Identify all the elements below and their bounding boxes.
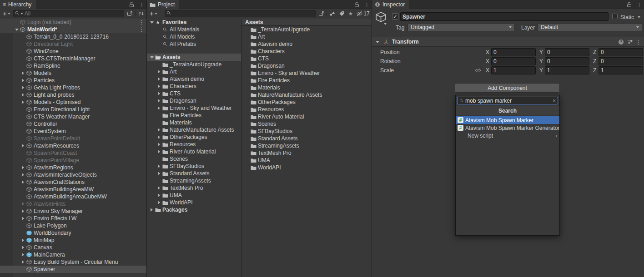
project-tree-row[interactable]: Materials <box>147 119 241 126</box>
expander-icon[interactable] <box>156 84 162 88</box>
hierarchy-row[interactable]: Spawner <box>0 266 146 273</box>
expander-icon[interactable] <box>156 70 162 74</box>
expander-icon[interactable] <box>20 144 26 148</box>
asset-folder-row[interactable]: Enviro - Sky and Weather <box>241 69 372 77</box>
expander-icon[interactable] <box>156 92 162 95</box>
new-script-row[interactable]: New script› <box>456 132 559 139</box>
hierarchy-row[interactable]: Lake Polygon <box>0 222 146 229</box>
hierarchy-row[interactable]: AtavismHints <box>0 200 146 208</box>
project-searchbox[interactable] <box>165 10 316 17</box>
asset-folder-row[interactable]: Fire Particles <box>241 77 372 84</box>
hierarchy-row[interactable]: MiniMap <box>0 237 146 244</box>
asset-folder-row[interactable]: NatureManufacture Assets <box>241 91 372 99</box>
project-tree-row[interactable]: All Models <box>147 33 241 40</box>
add-component-button[interactable]: Add Component <box>455 83 560 93</box>
expander-icon[interactable] <box>156 77 162 81</box>
row-menu-icon[interactable]: ⋮ <box>139 26 146 33</box>
tag-dropdown[interactable]: Untagged <box>408 23 515 31</box>
clear-search-icon[interactable]: × <box>553 98 556 104</box>
project-tree-row[interactable]: Scenes <box>147 155 241 163</box>
asset-folder-row[interactable]: River Auto Material <box>241 113 372 120</box>
layer-dropdown[interactable]: Default <box>538 23 642 31</box>
asset-folder-row[interactable]: Characters <box>241 48 372 55</box>
hierarchy-row[interactable]: Enviro Sky Manager <box>0 208 146 215</box>
expander-icon[interactable] <box>20 246 26 249</box>
expander-icon[interactable] <box>156 193 162 197</box>
project-tree-row[interactable]: All Materials <box>147 26 241 33</box>
hierarchy-row[interactable]: Particles <box>0 77 146 84</box>
expander-icon[interactable] <box>20 217 26 220</box>
asset-folder-row[interactable]: Dragonsan <box>241 62 372 69</box>
hierarchy-row[interactable]: Directional Light <box>0 40 146 48</box>
expander-icon[interactable] <box>20 86 26 89</box>
expander-icon[interactable] <box>20 71 26 75</box>
active-checkbox[interactable]: ✓ <box>392 13 398 20</box>
hierarchy-row[interactable]: Models <box>0 69 146 77</box>
expander-icon[interactable] <box>149 208 155 212</box>
presets-icon[interactable] <box>626 38 634 45</box>
asset-folder-row[interactable]: StreamingAssets <box>241 142 372 149</box>
lock-icon[interactable] <box>625 1 633 8</box>
component-result-row[interactable]: #Atavism Mob Spawn Marker Generator <box>456 124 559 132</box>
project-tree-row[interactable]: ★Favorites <box>147 19 241 26</box>
hierarchy-row[interactable]: AtavismBuildingAreaCubeMW <box>0 193 146 200</box>
asset-folder-row[interactable]: Standard Assets <box>241 135 372 142</box>
transform-position-y-field[interactable]: 0 <box>545 48 589 56</box>
hierarchy-row[interactable]: CTS.CTSTerrainManager <box>0 55 146 62</box>
expander-icon[interactable] <box>156 164 162 168</box>
help-icon[interactable]: ? <box>617 38 624 45</box>
hierarchy-searchbox[interactable] <box>13 10 124 17</box>
transform-position-z-field[interactable]: 0 <box>599 48 643 56</box>
transform-rotation-x-field[interactable]: 0 <box>491 57 536 65</box>
asset-folder-row[interactable]: Art <box>241 33 372 40</box>
transform-rotation-y-field[interactable]: 0 <box>545 57 589 65</box>
transform-scale-z-field[interactable]: 1 <box>599 66 643 74</box>
project-tree-row[interactable]: NatureManufacture Assets <box>147 126 241 134</box>
hierarchy-row[interactable]: Enviro Effects LW <box>0 215 146 222</box>
asset-folder-row[interactable]: SFBayStudios <box>241 128 372 135</box>
expander-icon[interactable] <box>20 209 26 213</box>
project-tree-row[interactable]: StreamingAssets <box>147 177 241 184</box>
icon-picker-chevron-icon[interactable] <box>384 23 387 25</box>
expander-icon[interactable] <box>156 128 162 132</box>
transform-header[interactable]: Transform ? ⋮ <box>372 37 644 47</box>
project-tree-row[interactable]: Art <box>147 68 241 75</box>
transform-position-x-field[interactable]: 0 <box>491 48 536 56</box>
frame-selected-icon[interactable] <box>317 10 325 17</box>
asset-folder-row[interactable]: _TerrainAutoUpgrade <box>241 26 372 33</box>
expander-icon[interactable] <box>14 29 20 31</box>
hidden-count-toggle[interactable]: 17 <box>356 10 370 17</box>
project-tree-row[interactable]: Standard Assets <box>147 170 241 177</box>
create-button[interactable]: + <box>149 10 158 17</box>
hierarchy-row[interactable]: AtavismResources <box>0 142 146 149</box>
expander-icon[interactable] <box>20 253 26 257</box>
transform-scale-y-field[interactable]: 1 <box>545 66 589 74</box>
hierarchy-row[interactable]: MainCamera <box>0 251 146 258</box>
asset-folder-row[interactable]: OtherPackages <box>241 99 372 106</box>
expander-icon[interactable] <box>156 106 162 110</box>
expander-icon[interactable] <box>156 150 162 153</box>
expander-icon[interactable] <box>156 186 162 190</box>
component-search-field[interactable]: × <box>457 97 558 104</box>
hierarchy-search-input[interactable] <box>25 10 122 17</box>
component-menu-icon[interactable]: ⋮ <box>635 39 641 45</box>
gameobject-icon[interactable] <box>375 11 387 23</box>
sort-icon[interactable] <box>137 10 145 17</box>
project-tree-row[interactable]: All Prefabs <box>147 40 241 48</box>
hierarchy-row[interactable]: Light and probes <box>0 91 146 99</box>
project-tree-row[interactable]: Assets <box>147 54 241 61</box>
scale-link-icon[interactable] <box>475 68 481 73</box>
hierarchy-scene-row[interactable]: MainWorld*⋮ <box>0 26 146 33</box>
asset-folder-row[interactable]: Materials <box>241 84 372 91</box>
project-tree-row[interactable]: WorldAPI <box>147 199 241 206</box>
foldout-icon[interactable] <box>376 41 379 43</box>
project-tree-row[interactable]: CTS <box>147 90 241 97</box>
expander-icon[interactable] <box>20 180 26 184</box>
asset-folder-row[interactable]: CTS <box>241 55 372 62</box>
asset-folder-row[interactable]: Scenes <box>241 120 372 128</box>
expander-icon[interactable] <box>149 21 155 24</box>
gameobject-name-field[interactable] <box>400 12 609 21</box>
static-checkbox[interactable] <box>612 14 618 19</box>
expander-icon[interactable] <box>156 172 162 175</box>
project-tree-row[interactable]: SFBayStudios <box>147 163 241 170</box>
